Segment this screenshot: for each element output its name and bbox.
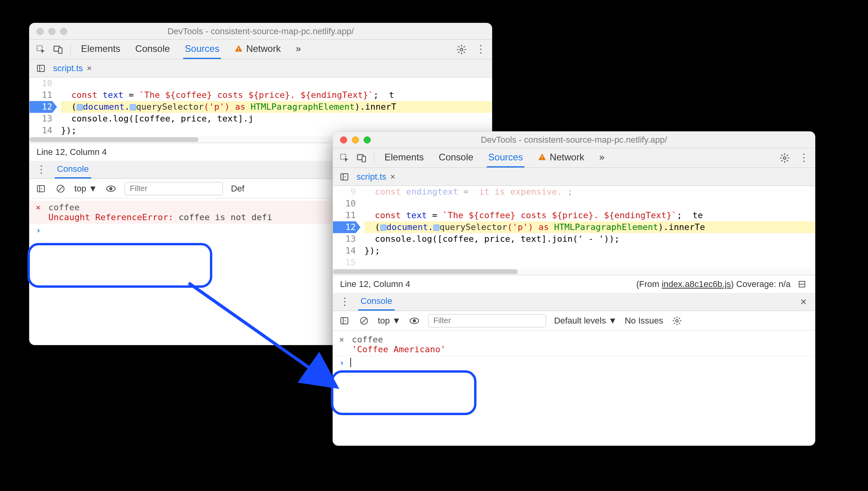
svg-rect-17 [542, 156, 542, 158]
tab-label: Sources [488, 152, 523, 163]
warning-icon [234, 44, 243, 53]
line-number: 11 [29, 89, 52, 101]
code-editor[interactable]: 10 11 12 13 14 const text = `The ${coffe… [29, 77, 492, 136]
device-icon[interactable] [356, 152, 368, 164]
chevron-down-icon: ▼ [392, 316, 401, 326]
log-levels[interactable]: Def [231, 184, 244, 194]
context-selector[interactable]: top▼ [378, 316, 401, 326]
tab-network[interactable]: Network [233, 40, 282, 59]
close-icon[interactable]: × [798, 296, 809, 308]
tab-more[interactable]: » [598, 148, 606, 167]
more-label: » [296, 43, 301, 54]
more-label: » [599, 152, 604, 163]
svg-rect-20 [341, 174, 348, 180]
cursor [350, 358, 351, 367]
line-number: 9 [333, 186, 356, 198]
sidebar-toggle-icon[interactable] [338, 315, 350, 327]
traffic-lights[interactable] [340, 136, 371, 143]
tab-label: Sources [185, 43, 219, 54]
file-tab-script[interactable]: script.ts × [53, 63, 92, 74]
console-prompt[interactable]: › [333, 356, 815, 369]
gear-icon[interactable] [456, 44, 467, 55]
close-icon[interactable]: ✕ [339, 335, 348, 344]
tab-label: Network [246, 43, 281, 54]
console-body[interactable]: ✕ coffee 'Coffee Americano' › [333, 331, 815, 371]
tab-elements[interactable]: Elements [79, 40, 122, 59]
file-tab-script[interactable]: script.ts × [357, 172, 395, 182]
clear-icon[interactable] [358, 315, 370, 327]
svg-point-13 [110, 188, 112, 190]
error-x-icon: ✕ [36, 202, 44, 212]
tab-console[interactable]: Console [437, 148, 475, 167]
log-levels[interactable]: Default levels▼ [554, 316, 617, 326]
console-result-row: ✕ coffee 'Coffee Americano' [333, 333, 815, 356]
file-tabs: script.ts × [333, 168, 815, 186]
gear-icon[interactable] [779, 152, 791, 164]
step-marker-icon [77, 104, 83, 110]
kebab-icon[interactable]: ⋮ [798, 152, 809, 164]
traffic-lights[interactable] [37, 28, 67, 35]
filter-input[interactable] [428, 314, 546, 327]
line-number: 10 [29, 77, 52, 89]
chevron-right-icon: › [36, 225, 44, 235]
navigator-toggle-icon[interactable] [35, 63, 47, 74]
step-marker-icon [130, 104, 136, 110]
context-selector[interactable]: top▼ [74, 184, 97, 194]
tab-label: Console [439, 152, 473, 163]
minimize-dot[interactable] [48, 28, 55, 35]
drawer-tabs: ⋮ Console × [333, 293, 815, 311]
clear-icon[interactable] [55, 183, 66, 195]
filter-input[interactable] [125, 182, 223, 195]
drawer-tab-console[interactable]: Console [358, 293, 395, 311]
coverage-icon[interactable] [796, 278, 808, 290]
svg-point-29 [413, 320, 416, 322]
sidebar-toggle-icon[interactable] [35, 183, 47, 195]
close-icon[interactable]: × [87, 63, 92, 74]
svg-point-19 [783, 156, 786, 159]
cursor-position: Line 12, Column 4 [37, 147, 107, 157]
kebab-icon[interactable]: ⋮ [474, 44, 486, 55]
svg-rect-24 [341, 318, 348, 324]
inspect-icon[interactable] [338, 152, 350, 164]
tab-sources[interactable]: Sources [183, 40, 221, 59]
zoom-dot[interactable] [364, 136, 371, 143]
tab-more[interactable]: » [294, 40, 302, 59]
line-number: 10 [333, 198, 356, 210]
sourcemap-link[interactable]: index.a8c1ec6b.js [662, 279, 731, 289]
window-title: DevTools - consistent-source-map-pc.netl… [29, 26, 492, 37]
tab-elements[interactable]: Elements [383, 148, 425, 167]
tab-network[interactable]: Network [536, 148, 586, 167]
close-dot[interactable] [340, 136, 347, 143]
line-number: 11 [333, 210, 356, 221]
svg-point-5 [460, 48, 463, 51]
tab-console[interactable]: Console [134, 40, 171, 59]
tab-sources[interactable]: Sources [487, 148, 524, 167]
svg-rect-6 [37, 65, 44, 72]
inspect-icon[interactable] [35, 44, 47, 55]
close-icon[interactable]: × [390, 172, 395, 182]
live-expression-icon[interactable] [105, 183, 117, 195]
status-right: (From index.a8c1ec6b.js) Coverage: n/a [636, 278, 808, 290]
close-dot[interactable] [37, 28, 44, 35]
code-line: }); [364, 245, 815, 257]
live-expression-icon[interactable] [408, 315, 420, 327]
horizontal-scrollbar[interactable] [333, 268, 815, 275]
drawer-tab-console[interactable]: Console [55, 161, 91, 178]
svg-rect-8 [37, 186, 44, 192]
code-line-active: (document.querySelector('p') as HTMLPara… [364, 221, 815, 233]
line-number: 14 [333, 245, 356, 257]
tab-label: Console [135, 43, 170, 54]
kebab-icon[interactable]: ⋮ [338, 296, 350, 308]
svg-line-27 [362, 318, 366, 323]
minimize-dot[interactable] [352, 136, 359, 143]
code-line-active: (document.querySelector('p') as HTMLPara… [61, 101, 492, 113]
svg-line-11 [58, 186, 63, 191]
code-editor[interactable]: 9 10 11 12 13 14 15 const endingtext = i… [333, 186, 815, 268]
issues-link[interactable]: No Issues [625, 316, 663, 326]
navigator-toggle-icon[interactable] [338, 171, 350, 183]
zoom-dot[interactable] [60, 28, 67, 35]
gear-icon[interactable] [671, 315, 683, 327]
device-icon[interactable] [52, 44, 64, 55]
kebab-icon[interactable]: ⋮ [35, 164, 47, 176]
svg-rect-18 [542, 159, 542, 160]
